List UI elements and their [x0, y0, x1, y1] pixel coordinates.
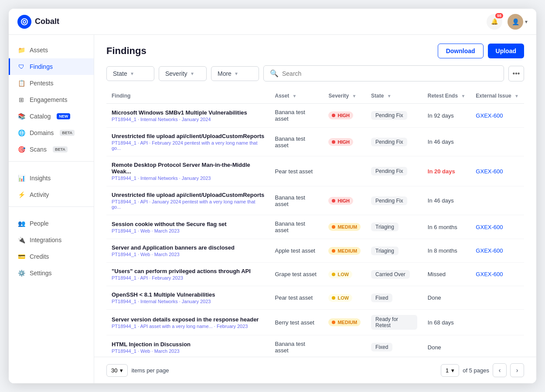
severity-dot	[332, 225, 335, 229]
severity-dot	[332, 321, 335, 324]
finding-meta: PT18944_1 · Web · March 2023	[112, 252, 264, 257]
finding-meta: PT18944_1 · API · January 2024 pentest w…	[112, 199, 264, 210]
col-retest-ends: Retest Ends ▼	[422, 88, 471, 104]
table-row[interactable]: Server and Application banners are discl…	[106, 239, 524, 263]
severity-dot	[332, 273, 335, 276]
sidebar-item-scans[interactable]: 🎯 Scans BETA	[9, 141, 94, 158]
external-issue-link[interactable]: GXEX-600	[476, 168, 503, 175]
table-row[interactable]: Microsoft Windows SMBv1 Multiple Vulnera…	[106, 104, 524, 128]
sidebar-item-people[interactable]: 👥 People	[9, 215, 94, 232]
asset-name: Apple test asset	[275, 247, 315, 254]
next-page-button[interactable]: ›	[510, 363, 524, 377]
table-row[interactable]: Unrestricted file upload api/client/Uplo…	[106, 128, 524, 156]
download-button[interactable]: Download	[438, 44, 484, 58]
search-box[interactable]: 🔍	[263, 65, 504, 81]
filters-row: State ▾ Severity ▾ More ▾ 🔍 •••	[94, 65, 536, 88]
notification-badge: 98	[495, 13, 503, 18]
table-row[interactable]: "Users" can perform privileged actions t…	[106, 263, 524, 286]
prev-page-button[interactable]: ‹	[493, 363, 507, 377]
table-row[interactable]: Session cookie without the Secure flag s…	[106, 215, 524, 239]
sidebar-item-engagements[interactable]: ⊞ Engagements	[9, 91, 94, 108]
gear-icon: ⚙️	[17, 269, 25, 277]
finding-meta: PT18944_1 · Internal Networks · January …	[112, 299, 264, 304]
finding-meta-link[interactable]: PT18944_1 · API · January 2024 pentest w…	[112, 199, 255, 210]
state-badge: Fixed	[371, 343, 392, 351]
sidebar-item-credits[interactable]: 💳 Credits	[9, 248, 94, 265]
upload-button[interactable]: Upload	[488, 44, 524, 58]
sidebar-item-pentests[interactable]: 📋 Pentests	[9, 75, 94, 91]
finding-meta: PT18944_1 · Web · March 2023	[112, 228, 264, 233]
severity-filter[interactable]: Severity ▾	[159, 66, 207, 81]
per-page-label: items per page	[131, 367, 169, 374]
domains-badge: BETA	[60, 130, 75, 136]
state-badge: Pending Fix	[371, 111, 407, 120]
sidebar-item-findings[interactable]: 🛡 Findings	[9, 58, 94, 75]
severity-dot	[332, 140, 335, 144]
sidebar-item-activity[interactable]: ⚡ Activity	[9, 186, 94, 203]
finding-name: "Users" can perform privileged actions t…	[112, 268, 264, 274]
finding-meta-link[interactable]: PT18944_1 · API · February 2023	[112, 275, 183, 280]
finding-name: Microsoft Windows SMBv1 Multiple Vulnera…	[112, 109, 264, 116]
sidebar-item-insights[interactable]: 📊 Insights	[9, 170, 94, 186]
finding-meta: PT18944_1 · Web · March 2023	[112, 348, 264, 354]
sidebar-label-pentests: Pentests	[30, 80, 53, 87]
retest-ends: Done	[428, 344, 441, 351]
notifications-button[interactable]: 🔔 98	[487, 14, 502, 30]
finding-meta-link[interactable]: PT18944_1 · API asset with a very long n…	[112, 324, 248, 329]
chevron-down-icon: ▾	[451, 367, 454, 374]
sidebar-label-assets: Assets	[30, 47, 48, 54]
sidebar-label-catalog: Catalog	[30, 113, 51, 120]
finding-meta-link[interactable]: PT18944_1 · Web · March 2023	[112, 252, 180, 257]
col-asset: Asset ▼	[269, 88, 323, 104]
logo-text: Cobalt	[35, 17, 59, 26]
sidebar-item-catalog[interactable]: 📚 Catalog NEW	[9, 108, 94, 125]
retest-ends: In 68 days	[428, 319, 454, 326]
finding-meta-link[interactable]: PT18944_1 · Internal Networks · January …	[112, 176, 211, 181]
sidebar-item-assets[interactable]: 📁 Assets	[9, 42, 94, 58]
table-row[interactable]: Unrestricted file upload api/client/Uplo…	[106, 186, 524, 215]
search-input[interactable]	[282, 70, 497, 77]
finding-meta-link[interactable]: PT18944_1 · Internal Networks · January …	[112, 117, 211, 122]
asset-name: Grape test asset	[275, 271, 316, 277]
severity-filter-label: Severity	[165, 70, 187, 77]
severity-badge: HIGH	[328, 138, 353, 146]
retest-ends: In 46 days	[428, 139, 454, 145]
sidebar-item-domains[interactable]: 🌐 Domains BETA	[9, 125, 94, 141]
finding-meta-link[interactable]: PT18944_1 · API · February 2024 pentest …	[112, 140, 257, 151]
col-state: State ▼	[366, 88, 422, 104]
external-issue-link[interactable]: GXEX-600	[476, 247, 503, 254]
more-filter[interactable]: More ▾	[211, 66, 259, 81]
chevron-down-icon: ▾	[131, 71, 133, 77]
sidebar-label-settings: Settings	[30, 270, 52, 277]
external-issue-link[interactable]: GXEX-600	[476, 271, 503, 277]
finding-meta-link[interactable]: PT18944_1 · Web · March 2023	[112, 348, 180, 354]
top-nav: Cobalt 🔔 98 👤 ▾	[9, 9, 536, 35]
sidebar-item-settings[interactable]: ⚙️ Settings	[9, 265, 94, 281]
current-page-select[interactable]: 1 ▾	[441, 364, 459, 377]
asset-name: Pear test asset	[275, 294, 313, 301]
finding-name: Unrestricted file upload api/client/Uplo…	[112, 133, 264, 139]
chevron-down-icon: ▾	[235, 71, 238, 77]
table-row[interactable]: OpenSSH < 8.1 Multiple Vulnerabilities P…	[106, 286, 524, 310]
table-row[interactable]: Remote Desktop Protocol Server Man-in-th…	[106, 156, 524, 186]
per-page-select[interactable]: 30 ▾	[106, 364, 128, 377]
chevron-down-icon: ▾	[120, 367, 123, 374]
external-issue-link[interactable]: GXEX-600	[476, 112, 503, 119]
finding-name: Session cookie without the Secure flag s…	[112, 221, 264, 227]
target-icon: 🎯	[17, 145, 25, 153]
table-row[interactable]: Server version details exposed in the re…	[106, 310, 524, 335]
retest-ends: In 46 days	[428, 197, 454, 204]
sidebar-item-integrations[interactable]: 🔌 Integrations	[9, 232, 94, 248]
finding-meta-link[interactable]: PT18944_1 · Internal Networks · January …	[112, 299, 211, 304]
severity-badge: MEDIUM	[328, 223, 361, 231]
external-issue-link[interactable]: GXEX-600	[476, 224, 503, 230]
pie-icon: 📊	[17, 174, 25, 182]
state-filter[interactable]: State ▾	[106, 66, 154, 81]
avatar-dropdown[interactable]: 👤 ▾	[508, 14, 528, 30]
per-page-value: 30	[111, 367, 117, 374]
state-badge: Carried Over	[371, 270, 410, 279]
more-options-button[interactable]: •••	[508, 66, 524, 81]
state-badge: Triaging	[371, 247, 399, 255]
table-row[interactable]: HTML Injection in Discussion PT18944_1 ·…	[106, 335, 524, 357]
finding-meta-link[interactable]: PT18944_1 · Web · March 2023	[112, 228, 180, 233]
